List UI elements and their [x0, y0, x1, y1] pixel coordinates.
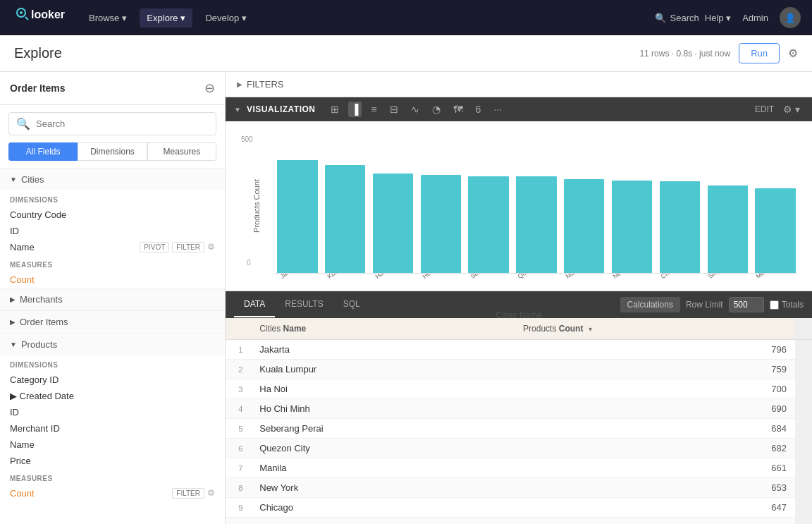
- table-row: 5 Seberang Perai 684: [226, 419, 812, 439]
- x-label-6: Manila: [562, 273, 622, 301]
- field-name-products[interactable]: Name: [0, 437, 225, 453]
- bar-10[interactable]: [755, 188, 795, 273]
- x-label-5: Quezon City: [515, 273, 574, 301]
- field-count-cities[interactable]: Count: [0, 272, 225, 288]
- cities-name-header[interactable]: Cities Name: [251, 318, 515, 340]
- city-name-cell: Seberang Perai: [251, 419, 515, 439]
- row-number: 6: [226, 439, 251, 458]
- field-settings-icon-products[interactable]: ⚙: [207, 488, 215, 499]
- y-axis-label: Products Count: [252, 179, 261, 233]
- scrollbar-cell: [795, 458, 812, 478]
- area-chart-icon[interactable]: ⊟: [386, 102, 402, 117]
- sidebar-header: Order Items ⊖: [0, 72, 225, 105]
- bar-5[interactable]: [516, 176, 556, 273]
- explore-nav-item[interactable]: Explore ▾: [140, 8, 192, 28]
- browse-nav-item[interactable]: Browse ▾: [82, 8, 134, 28]
- filter-button-products-count[interactable]: FILTER: [172, 488, 204, 499]
- more-viz-icon[interactable]: ···: [490, 102, 505, 117]
- pie-icon[interactable]: ◔: [429, 102, 444, 117]
- table-row: 1 Jakarta 796: [226, 340, 812, 360]
- row-number: 2: [226, 360, 251, 379]
- logo[interactable]: looker: [11, 6, 68, 30]
- develop-nav-item[interactable]: Develop ▾: [198, 8, 254, 28]
- field-search-box[interactable]: 🔍: [8, 112, 216, 135]
- field-country-code[interactable]: Country Code: [0, 207, 225, 223]
- tab-measures[interactable]: Measures: [147, 142, 216, 161]
- section-order-items[interactable]: ▶ Order Items: [0, 310, 225, 333]
- svg-text:looker: looker: [31, 8, 65, 20]
- chevron-down-icon: ▼: [10, 176, 17, 183]
- global-search[interactable]: 🔍 Search: [655, 13, 699, 23]
- bar-8[interactable]: [660, 181, 700, 273]
- city-name-cell: New York: [251, 478, 515, 498]
- count-cell: 661: [515, 458, 795, 478]
- scrollbar-cell: [795, 478, 812, 498]
- scrollbar-cell: [795, 498, 812, 518]
- city-name-cell: Singapore: [251, 518, 515, 525]
- row-number: 10: [226, 518, 251, 525]
- city-name-cell: Ha Noi: [251, 379, 515, 399]
- line-chart-icon[interactable]: ≡: [367, 102, 380, 117]
- count-cell: 690: [515, 399, 795, 419]
- bar-0[interactable]: [277, 160, 317, 273]
- bar-group-7: [610, 181, 655, 273]
- map-icon[interactable]: 🗺: [450, 102, 467, 117]
- filters-toggle[interactable]: ▶ FILTERS: [237, 79, 284, 90]
- page-header: Explore 11 rows · 0.8s · just now Run ⚙: [0, 35, 812, 72]
- settings-icon[interactable]: ⚙: [788, 47, 798, 60]
- count-cell: 759: [515, 360, 795, 379]
- edit-button[interactable]: EDIT: [755, 104, 774, 114]
- table-icon[interactable]: ⊞: [327, 102, 343, 117]
- field-count-products[interactable]: Count FILTER ⚙: [0, 485, 225, 501]
- bar-9[interactable]: [708, 185, 748, 273]
- field-merchant-id[interactable]: Merchant ID: [0, 420, 225, 437]
- field-category-id[interactable]: Category ID: [0, 372, 225, 388]
- field-id-cities[interactable]: ID: [0, 223, 225, 239]
- bar-4[interactable]: [468, 176, 508, 273]
- bar-group-3: [418, 175, 463, 273]
- section-merchants[interactable]: ▶ Merchants: [0, 288, 225, 310]
- pivot-button[interactable]: PIVOT: [140, 242, 169, 252]
- bar-7[interactable]: [612, 181, 652, 273]
- bar-1[interactable]: [325, 165, 365, 273]
- admin-link[interactable]: Admin: [742, 13, 768, 23]
- bar-chart-icon[interactable]: ▐: [348, 102, 362, 117]
- filter-button-name[interactable]: FILTER: [172, 242, 204, 252]
- run-button[interactable]: Run: [739, 43, 780, 63]
- bar-6[interactable]: [564, 179, 604, 273]
- tab-dimensions[interactable]: Dimensions: [78, 142, 147, 161]
- section-products[interactable]: ▼ Products: [0, 333, 225, 355]
- bar-2[interactable]: [373, 173, 413, 273]
- chevron-right-icon-order: ▶: [10, 318, 16, 326]
- field-settings-icon[interactable]: ⚙: [207, 242, 215, 252]
- field-id-products[interactable]: ID: [0, 404, 225, 420]
- number-icon[interactable]: 6: [472, 102, 485, 117]
- field-search-input[interactable]: [36, 118, 209, 129]
- section-cities[interactable]: ▼ Cities: [0, 168, 225, 190]
- city-name-cell: Jakarta: [251, 340, 515, 360]
- x-label-3: Ho Chi Minh: [420, 273, 479, 301]
- field-name-cities[interactable]: Name PIVOT FILTER ⚙: [0, 239, 225, 255]
- scatter-icon[interactable]: ∿: [407, 102, 423, 117]
- results-table: Cities Name Products Count ▾ 1 Jakarta 7…: [226, 318, 812, 524]
- row-number: 4: [226, 399, 251, 419]
- viz-collapse-icon[interactable]: ▼: [234, 106, 241, 114]
- field-created-date[interactable]: ▶ Created Date: [0, 388, 225, 404]
- bar-3[interactable]: [421, 175, 461, 273]
- products-count-header[interactable]: Products Count ▾: [515, 318, 795, 340]
- field-price[interactable]: Price: [0, 453, 225, 469]
- bar-group-5: [514, 176, 559, 273]
- viz-settings-icon[interactable]: ⚙ ▾: [780, 102, 804, 117]
- dimensions-label: DIMENSIONS: [0, 190, 225, 207]
- sidebar-collapse-button[interactable]: ⊖: [204, 80, 215, 96]
- count-cell: 796: [515, 340, 795, 360]
- tab-all-fields[interactable]: All Fields: [8, 142, 78, 161]
- field-tabs: All Fields Dimensions Measures: [8, 142, 216, 161]
- scrollbar-cell: [795, 399, 812, 419]
- y-axis-500: 500: [241, 135, 253, 143]
- chevron-right-icon-filters: ▶: [237, 80, 242, 88]
- help-menu[interactable]: Help ▾: [705, 13, 731, 23]
- user-avatar[interactable]: 👤: [780, 7, 801, 28]
- chart-area: Products Count 500 0 JakartaKuala Lumpur…: [226, 121, 812, 291]
- bar-group-1: [323, 165, 368, 273]
